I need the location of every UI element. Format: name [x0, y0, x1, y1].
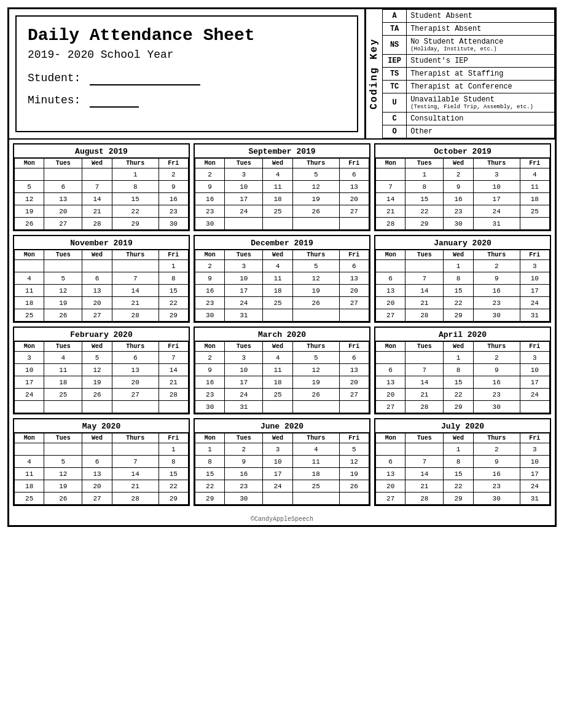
calendar-day-cell: 4 — [520, 168, 549, 181]
calendar-day-cell: 24 — [225, 297, 263, 309]
calendar-day-cell: 27 — [112, 389, 159, 401]
calendar-day-cell: 29 — [444, 493, 473, 505]
calendar-table: MonTuesWedThursFri2345691011121316171819… — [195, 341, 369, 413]
calendar-day-cell: 20 — [82, 480, 112, 493]
calendar-day-cell: 28 — [159, 389, 188, 401]
calendar-day-cell — [82, 260, 112, 272]
calendar-day-cell: 1 — [195, 443, 225, 456]
minutes-line — [90, 94, 139, 108]
coding-key-desc: No Student Attendance(Holiday, Institute… — [407, 36, 555, 55]
calendar-day-cell: 13 — [339, 181, 369, 193]
calendar-day-header: Fri — [159, 159, 188, 168]
calendar-day-cell: 28 — [112, 309, 159, 322]
calendar-day-cell: 20 — [44, 205, 82, 218]
calendar-day-cell: 23 — [444, 205, 473, 218]
calendar-day-cell: 26 — [292, 297, 339, 309]
calendar-day-cell: 4 — [263, 260, 292, 272]
calendar-day-cell: 2 — [473, 260, 520, 272]
calendar-day-cell — [339, 401, 369, 413]
calendar-month-title: August 2019 — [14, 144, 189, 158]
calendar-day-cell: 17 — [225, 285, 263, 297]
calendar-day-cell: 21 — [82, 205, 112, 218]
calendar-day-cell: 8 — [444, 456, 473, 468]
calendar-day-cell: 18 — [15, 480, 44, 493]
calendar-day-cell: 29 — [159, 493, 188, 505]
calendar-day-cell: 16 — [444, 193, 473, 205]
calendar-day-cell: 28 — [376, 218, 405, 230]
calendar-month-title: March 2020 — [195, 328, 369, 341]
calendar-day-cell: 16 — [195, 376, 225, 389]
calendar-day-cell: 1 — [112, 168, 159, 181]
calendar-box: August 2019MonTuesWedThursFri12567891213… — [13, 143, 190, 231]
calendar-day-cell: 10 — [225, 364, 263, 376]
calendar-day-cell: 29 — [195, 493, 225, 505]
calendar-day-cell: 2 — [159, 168, 188, 181]
calendar-day-cell — [339, 493, 369, 505]
calendar-day-cell: 17 — [263, 468, 292, 480]
calendar-day-cell: 9 — [473, 364, 520, 376]
calendar-day-cell — [82, 401, 112, 413]
calendar-table: MonTuesWedThursFri1236789101314151617202… — [375, 341, 550, 413]
calendar-day-cell — [15, 168, 44, 181]
calendar-day-cell: 13 — [82, 285, 112, 297]
calendar-day-cell: 21 — [112, 297, 159, 309]
calendar-day-cell: 20 — [112, 376, 159, 389]
calendar-day-cell: 17 — [520, 376, 549, 389]
calendar-day-cell: 14 — [82, 193, 112, 205]
calendar-day-header: Wed — [82, 159, 112, 168]
calendar-day-cell: 26 — [82, 389, 112, 401]
coding-key-desc: Therapist at Conference — [407, 81, 555, 93]
calendar-day-cell: 5 — [15, 181, 44, 193]
calendar-day-cell: 10 — [263, 456, 292, 468]
calendar-day-cell: 17 — [520, 285, 549, 297]
calendar-day-header: Mon — [376, 159, 405, 168]
calendar-day-cell: 6 — [376, 364, 405, 376]
calendar-day-cell: 9 — [473, 456, 520, 468]
coding-key-code: NS — [383, 36, 407, 55]
calendar-day-cell: 16 — [225, 468, 263, 480]
calendar-day-cell: 24 — [15, 389, 44, 401]
calendar-day-header: Tues — [225, 250, 263, 260]
calendar-row: February 2020MonTuesWedThursFri345671011… — [13, 326, 551, 414]
calendar-day-cell: 2 — [473, 443, 520, 456]
calendar-month-title: April 2020 — [375, 328, 550, 341]
calendar-day-cell: 27 — [339, 205, 369, 218]
calendar-day-cell: 14 — [112, 468, 159, 480]
calendar-day-cell: 1 — [444, 260, 473, 272]
calendar-day-cell: 8 — [405, 181, 444, 193]
calendar-box: January 2020MonTuesWedThursFri1236789101… — [374, 235, 551, 323]
calendar-day-header: Wed — [263, 159, 292, 168]
calendar-day-cell: 6 — [376, 456, 405, 468]
calendar-day-header: Fri — [339, 250, 369, 260]
calendar-box: April 2020MonTuesWedThursFri123678910131… — [374, 326, 551, 414]
calendar-day-cell: 7 — [112, 272, 159, 285]
calendar-table: MonTuesWedThursFri2345691011121316171819… — [195, 250, 369, 322]
calendar-day-header: Fri — [520, 342, 549, 352]
calendar-day-cell: 24 — [263, 480, 292, 493]
calendar-day-cell: 27 — [82, 493, 112, 505]
calendar-day-cell — [405, 443, 444, 456]
calendar-day-cell: 7 — [405, 364, 444, 376]
calendar-day-header: Tues — [44, 250, 82, 260]
calendar-day-header: Wed — [263, 250, 292, 260]
calendar-day-cell: 15 — [112, 193, 159, 205]
calendar-day-header: Tues — [44, 159, 82, 168]
calendar-day-cell: 17 — [225, 376, 263, 389]
calendar-day-cell: 3 — [15, 352, 44, 364]
calendar-day-cell: 23 — [195, 205, 225, 218]
calendar-day-cell — [376, 260, 405, 272]
calendar-day-cell — [112, 443, 159, 456]
calendar-day-cell: 22 — [444, 297, 473, 309]
calendar-day-header: Mon — [376, 433, 405, 443]
calendar-day-cell: 10 — [520, 364, 549, 376]
calendar-box: June 2020MonTuesWedThursFri1234589101112… — [194, 418, 370, 506]
calendar-day-cell: 18 — [44, 376, 82, 389]
calendar-row: May 2020MonTuesWedThursFri14567811121314… — [13, 418, 551, 506]
calendar-day-cell: 15 — [444, 376, 473, 389]
calendar-day-cell: 31 — [520, 493, 549, 505]
calendar-day-cell: 20 — [82, 297, 112, 309]
calendar-day-cell: 10 — [15, 364, 44, 376]
calendar-day-cell: 2 — [195, 352, 225, 364]
calendar-day-cell: 28 — [112, 493, 159, 505]
coding-key-desc: Therapist at Staffing — [407, 68, 555, 81]
